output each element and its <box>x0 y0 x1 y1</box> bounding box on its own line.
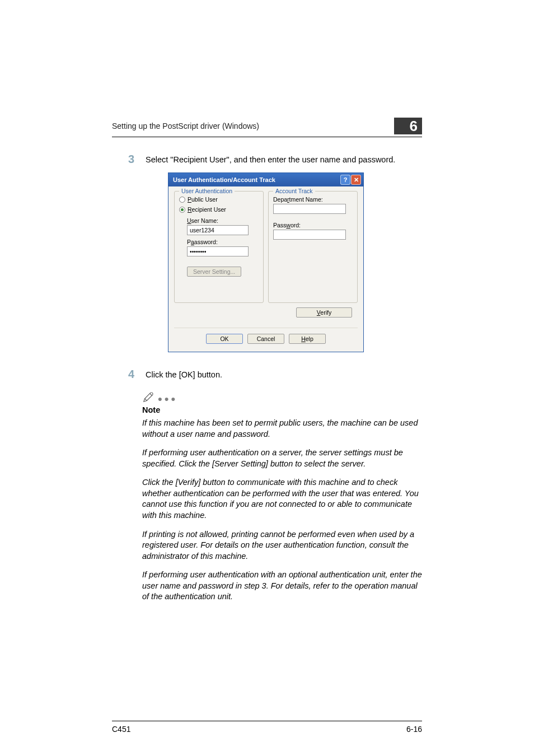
username-label: User Name: <box>187 217 259 224</box>
user-auth-legend: User Authentication <box>179 188 235 194</box>
step-number-4: 4 <box>112 368 134 381</box>
account-track-group: Account Track Department Name: Password: <box>268 191 358 303</box>
chapter-number-badge: 6 <box>394 118 422 134</box>
acct-password-input[interactable] <box>273 230 346 240</box>
department-name-label: Department Name: <box>273 196 353 203</box>
step-text-3: Select "Recipient User", and then enter … <box>146 153 395 164</box>
account-track-legend: Account Track <box>273 188 315 194</box>
dialog-titlebar: User Authentication/Account Track ? ✕ <box>168 173 363 186</box>
password-input[interactable]: •••••••• <box>187 246 249 256</box>
note-paragraph: If printing is not allowed, printing can… <box>142 529 422 562</box>
password-label: Paassword: <box>187 239 259 245</box>
help-icon[interactable]: ? <box>340 175 350 185</box>
recipient-user-radio[interactable]: Recipient User <box>179 206 259 213</box>
footer-right: 6-16 <box>406 725 422 734</box>
acct-password-label: Password: <box>273 222 353 228</box>
svg-line-0 <box>145 399 147 401</box>
page-header-title: Setting up the PostScript driver (Window… <box>112 122 259 130</box>
note-paragraph: Click the [Verify] button to communicate… <box>142 477 422 521</box>
dialog-title: User Authentication/Account Track <box>173 176 275 183</box>
step-number-3: 3 <box>112 153 134 166</box>
radio-icon <box>179 197 185 203</box>
department-name-input[interactable] <box>273 204 346 214</box>
public-user-radio[interactable]: Public User <box>179 196 259 203</box>
note-icon: ••• <box>142 391 422 403</box>
note-paragraph: If performing user authentication on a s… <box>142 447 422 469</box>
note-paragraph: If this machine has been set to permit p… <box>142 418 422 440</box>
footer-left: C451 <box>112 725 130 734</box>
user-authentication-group: User Authentication Public User Recipien… <box>174 191 264 303</box>
username-input[interactable]: user1234 <box>187 225 249 235</box>
ellipsis-icon: ••• <box>158 396 177 403</box>
user-auth-dialog: User Authentication/Account Track ? ✕ Us… <box>168 172 364 352</box>
note-heading: Note <box>142 405 422 414</box>
help-button[interactable]: Help <box>289 334 326 344</box>
ok-button[interactable]: OK <box>206 334 243 344</box>
step-text-4: Click the [OK] button. <box>146 368 222 379</box>
verify-button[interactable]: Verify <box>296 307 352 318</box>
note-paragraph: If performing user authentication with a… <box>142 570 422 603</box>
radio-icon <box>179 207 185 213</box>
server-setting-button[interactable]: Server Setting... <box>187 267 241 277</box>
cancel-button[interactable]: Cancel <box>247 334 284 344</box>
svg-line-1 <box>150 394 152 396</box>
close-icon[interactable]: ✕ <box>351 175 361 185</box>
